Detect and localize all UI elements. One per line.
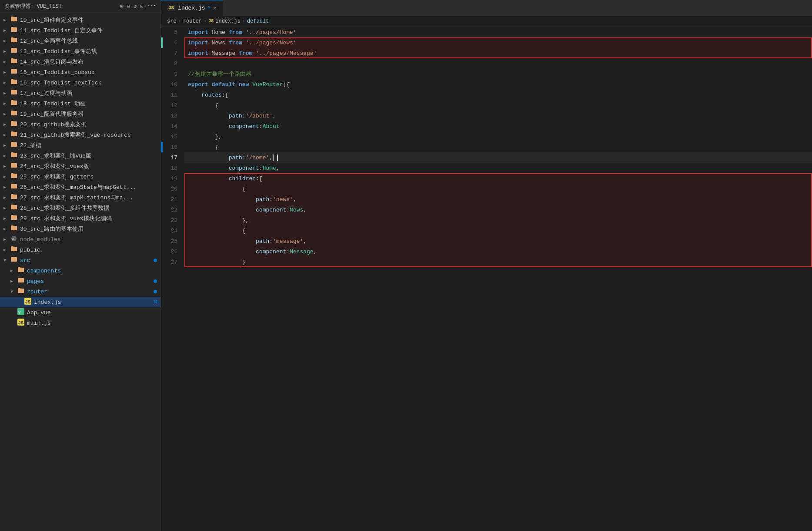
folder-icon <box>10 68 18 77</box>
sidebar-header: 资源管理器: VUE_TEST ⊞ ⊟ ↺ ⊡ ··· <box>0 0 160 13</box>
sidebar-item-item-21[interactable]: ▶21_src_github搜索案例_vue-resource <box>0 130 160 140</box>
code-editor[interactable]: 5import Home from '../pages/Home'6import… <box>161 27 812 531</box>
tab-close-icon[interactable]: ✕ <box>213 4 217 12</box>
sidebar-item-item-18[interactable]: ▶18_src_TodoList_动画 <box>0 98 160 109</box>
token-plain <box>235 81 239 88</box>
token-plain <box>188 92 201 98</box>
sidebar-item-node_modules[interactable]: ▶⊙node_modules <box>0 234 160 245</box>
token-plain <box>242 29 246 36</box>
sidebar-item-label: router <box>27 289 154 295</box>
sidebar-item-item-13[interactable]: ▶13_src_TodoList_事件总线 <box>0 46 160 57</box>
sidebar-item-label: components <box>27 268 160 274</box>
sidebar-tree: ▶10_src_组件自定义事件▶11_src_TodoList_自定义事件▶12… <box>0 13 160 531</box>
line-content <box>184 58 812 69</box>
token-plain <box>208 81 212 88</box>
line-number: 6 <box>163 37 184 48</box>
new-file-icon[interactable]: ⊞ <box>120 3 123 10</box>
sidebar-item-label: 19_src_配置代理服务器 <box>20 110 160 118</box>
sidebar-item-label: index.js <box>34 299 154 306</box>
token-plain: : <box>259 165 263 171</box>
token-prop: component <box>229 123 259 130</box>
folder-icon <box>10 99 18 108</box>
code-line-22: 22 component:News, <box>161 205 812 215</box>
sidebar-item-src[interactable]: ▼src <box>0 255 160 266</box>
sidebar-item-components[interactable]: ▶components <box>0 266 160 276</box>
sidebar-item-item-17[interactable]: ▶17_src_过度与动画 <box>0 88 160 98</box>
sidebar-item-item-22[interactable]: ▶22_插槽 <box>0 140 160 151</box>
line-content: path:'message', <box>184 236 812 246</box>
token-plain: , <box>276 165 280 171</box>
sidebar-item-item-15[interactable]: ▶15_src_TodoList_pubsub <box>0 67 160 77</box>
line-content: path:'/about', <box>184 111 812 121</box>
change-badge <box>154 259 157 262</box>
sidebar-item-item-27[interactable]: ▶27_src_求和案例_mapMutations与ma... <box>0 192 160 203</box>
folder-icon <box>10 183 18 192</box>
token-kw: from <box>239 50 252 57</box>
change-badge <box>154 290 157 293</box>
breadcrumb-src: src <box>167 18 177 24</box>
token-kw: import <box>188 50 208 57</box>
folder-icon <box>10 78 18 87</box>
line-content: component:Home, <box>184 163 812 173</box>
sidebar-item-item-23[interactable]: ▶23_src_求和案例_纯vue版 <box>0 151 160 161</box>
sidebar-item-label: 23_src_求和案例_纯vue版 <box>20 152 160 160</box>
token-str: 'message' <box>273 238 303 245</box>
line-number: 20 <box>163 184 184 194</box>
sidebar-item-item-12[interactable]: ▶12_src_全局事件总线 <box>0 36 160 46</box>
sidebar: 资源管理器: VUE_TEST ⊞ ⊟ ↺ ⊡ ··· ▶10_src_组件自定… <box>0 0 161 531</box>
sidebar-item-item-30[interactable]: ▶30_src_路由的基本使用 <box>0 224 160 234</box>
sidebar-item-item-16[interactable]: ▶16_src_TodoList_nextTick <box>0 77 160 88</box>
token-str: '/home' <box>246 155 270 161</box>
arrow-icon: ▶ <box>3 205 10 211</box>
sidebar-item-pages[interactable]: ▶pages <box>0 276 160 286</box>
editor-tab-index-js[interactable]: JS index.js M ✕ <box>161 0 223 16</box>
sidebar-item-item-10[interactable]: ▶10_src_组件自定义事件 <box>0 15 160 25</box>
folder-icon <box>10 120 18 129</box>
sidebar-item-router[interactable]: ▼router <box>0 286 160 297</box>
sidebar-item-item-19[interactable]: ▶19_src_配置代理服务器 <box>0 109 160 119</box>
refresh-icon[interactable]: ↺ <box>134 3 137 10</box>
arrow-icon: ▶ <box>10 268 17 273</box>
sidebar-item-label: src <box>20 257 154 264</box>
change-badge <box>154 279 157 283</box>
collapse-icon[interactable]: ⊡ <box>140 3 143 10</box>
sidebar-item-item-26[interactable]: ▶26_src_求和案例_mapState与mapGett... <box>0 182 160 192</box>
sidebar-item-item-14[interactable]: ▶14_src_消息订阅与发布 <box>0 57 160 67</box>
line-content: path:'/home', <box>184 152 812 163</box>
new-folder-icon[interactable]: ⊟ <box>127 3 130 10</box>
token-val: About <box>263 123 280 130</box>
breadcrumb: src › router › JS index.js › default <box>161 16 812 27</box>
code-line-26: 26 component:Message, <box>161 246 812 257</box>
arrow-icon: ▶ <box>3 164 10 169</box>
sidebar-item-app_vue[interactable]: VApp.vue <box>0 307 160 318</box>
sidebar-item-item-29[interactable]: ▶29_src_求和案例_vuex模块化编码 <box>0 213 160 224</box>
line-content: path:'news', <box>184 194 812 205</box>
sidebar-item-item-20[interactable]: ▶20_src_github搜索案例 <box>0 119 160 130</box>
sidebar-title: 资源管理器: VUE_TEST <box>4 3 62 10</box>
sidebar-item-index_js[interactable]: JSindex.jsM <box>0 297 160 307</box>
sidebar-item-label: 29_src_求和案例_vuex模块化编码 <box>20 215 160 222</box>
code-line-19: 19 children:[ <box>161 173 812 184</box>
sidebar-item-label: 18_src_TodoList_动画 <box>20 100 160 108</box>
code-line-17: 17 path:'/home', <box>161 152 812 163</box>
sidebar-item-label: 30_src_路由的基本使用 <box>20 225 160 233</box>
sidebar-item-main_js[interactable]: JSmain.js <box>0 318 160 328</box>
sidebar-item-item-28[interactable]: ▶28_src_求和案例_多组件共享数据 <box>0 203 160 213</box>
sidebar-item-public[interactable]: ▶public <box>0 245 160 255</box>
token-prop: routes <box>201 92 222 98</box>
sidebar-item-item-24[interactable]: ▶24_src_求和案例_vuex版 <box>0 161 160 171</box>
token-plain: Message <box>208 50 239 57</box>
more-icon[interactable]: ··· <box>147 3 156 10</box>
line-number: 26 <box>163 246 184 257</box>
arrow-icon: ▶ <box>3 237 10 242</box>
sidebar-item-label: 14_src_消息订阅与发布 <box>20 58 160 66</box>
token-plain: , <box>273 113 276 119</box>
token-kw: export <box>188 81 208 88</box>
folder-icon <box>10 47 18 56</box>
arrow-icon: ▶ <box>3 80 10 85</box>
line-number: 15 <box>163 131 184 142</box>
token-plain: ({ <box>283 81 290 88</box>
sidebar-item-item-11[interactable]: ▶11_src_TodoList_自定义事件 <box>0 25 160 36</box>
breadcrumb-router: router <box>183 18 202 24</box>
sidebar-item-item-25[interactable]: ▶25_src_求和案例_getters <box>0 171 160 182</box>
